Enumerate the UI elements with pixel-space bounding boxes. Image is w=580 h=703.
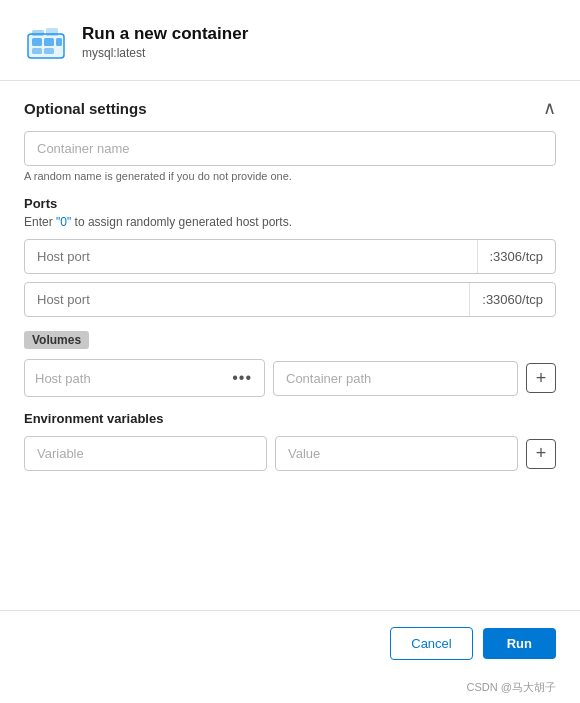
container-icon <box>24 20 68 64</box>
value-input[interactable] <box>275 436 518 471</box>
run-button[interactable]: Run <box>483 628 556 659</box>
dialog-subtitle: mysql:latest <box>82 46 248 60</box>
host-path-field: Host path ••• <box>24 359 265 397</box>
optional-settings-header: Optional settings ∧ <box>24 81 556 131</box>
browse-button[interactable]: ••• <box>230 369 254 387</box>
dialog-footer: Cancel Run <box>0 611 580 680</box>
env-row-1: + <box>24 436 556 471</box>
svg-rect-3 <box>32 48 42 54</box>
port-row-2: :33060/tcp <box>24 282 556 317</box>
port-suffix-2: :33060/tcp <box>469 283 555 316</box>
svg-rect-7 <box>46 28 58 36</box>
ports-hint: Enter "0" to assign randomly generated h… <box>24 215 556 229</box>
container-name-input[interactable] <box>24 131 556 166</box>
host-port-input-1[interactable] <box>25 240 477 273</box>
port-suffix-1: :3306/tcp <box>477 240 556 273</box>
dialog-header: Run a new container mysql:latest <box>0 0 580 81</box>
volumes-group: Volumes Host path ••• + <box>24 331 556 397</box>
port-row-1: :3306/tcp <box>24 239 556 274</box>
optional-settings-title: Optional settings <box>24 100 147 117</box>
dialog: Run a new container mysql:latest Optiona… <box>0 0 580 703</box>
dialog-content: Optional settings ∧ A random name is gen… <box>0 81 580 602</box>
volumes-badge: Volumes <box>24 331 89 349</box>
volumes-label-row: Volumes <box>24 331 556 349</box>
dialog-title: Run a new container <box>82 24 248 44</box>
cancel-button[interactable]: Cancel <box>390 627 472 660</box>
container-name-group: A random name is generated if you do not… <box>24 131 556 182</box>
add-volume-button[interactable]: + <box>526 363 556 393</box>
svg-rect-2 <box>44 38 54 46</box>
svg-rect-5 <box>56 38 62 46</box>
watermark: CSDN @马大胡子 <box>0 680 580 703</box>
ports-hint-quote: "0" <box>56 215 71 229</box>
collapse-icon[interactable]: ∧ <box>543 97 556 119</box>
host-port-input-2[interactable] <box>25 283 469 316</box>
svg-rect-1 <box>32 38 42 46</box>
host-path-placeholder: Host path <box>35 371 91 386</box>
env-group: Environment variables + <box>24 411 556 471</box>
env-label: Environment variables <box>24 411 556 426</box>
variable-input[interactable] <box>24 436 267 471</box>
ports-label: Ports <box>24 196 556 211</box>
volume-row-1: Host path ••• + <box>24 359 556 397</box>
container-path-input[interactable] <box>273 361 518 396</box>
add-env-button[interactable]: + <box>526 439 556 469</box>
header-text: Run a new container mysql:latest <box>82 24 248 60</box>
svg-rect-6 <box>32 30 44 36</box>
container-name-hint: A random name is generated if you do not… <box>24 170 556 182</box>
svg-rect-4 <box>44 48 54 54</box>
ports-group: Ports Enter "0" to assign randomly gener… <box>24 196 556 317</box>
